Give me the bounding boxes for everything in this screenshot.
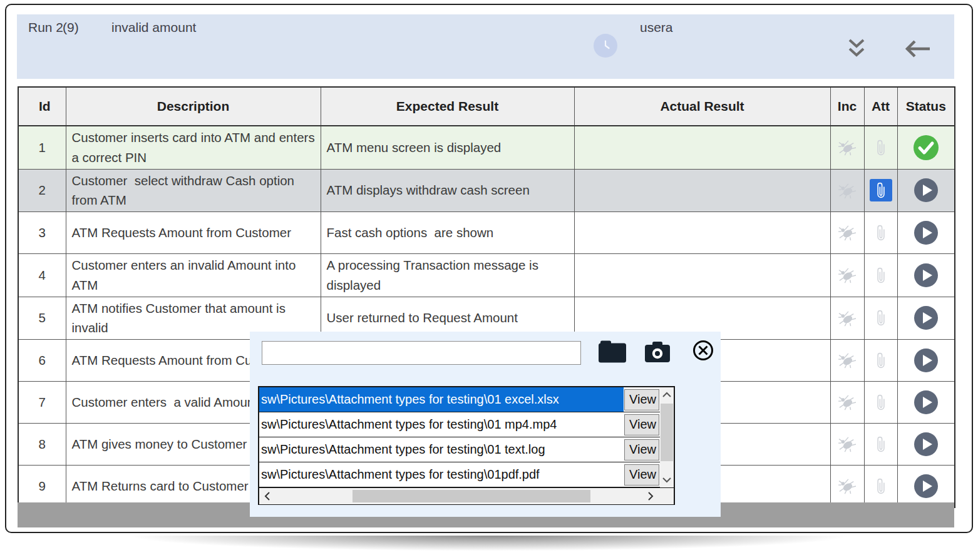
step-description: Customer select withdraw Cash option fro…: [66, 169, 321, 212]
view-button[interactable]: View: [624, 389, 659, 410]
timer-icon: [594, 34, 617, 58]
incident-button[interactable]: [838, 267, 857, 283]
view-button[interactable]: View: [624, 439, 659, 461]
column-inc: Inc: [830, 87, 864, 126]
attachment-row[interactable]: sw\Pictures\Attachment types for testing…: [259, 412, 674, 437]
table-row[interactable]: 3 ATM Requests Amount from Customer Fast…: [18, 212, 955, 254]
column-id: Id: [18, 87, 66, 126]
collapse-all-button[interactable]: [846, 37, 867, 59]
vertical-scroll-thumb[interactable]: [661, 404, 673, 461]
play-icon: [914, 474, 939, 499]
scroll-left-button[interactable]: [260, 489, 274, 504]
step-description: ATM Requests Amount from Customer: [66, 212, 321, 254]
incident-button[interactable]: [838, 183, 857, 199]
view-button[interactable]: View: [624, 414, 659, 435]
column-actual-result: Actual Result: [574, 87, 830, 126]
paperclip-icon: [873, 477, 889, 496]
horizontal-scroll-thumb[interactable]: [353, 490, 590, 502]
table-header-row: Id Description Expected Result Actual Re…: [18, 87, 955, 126]
horizontal-scrollbar[interactable]: [259, 487, 674, 504]
attachment-row[interactable]: sw\Pictures\Attachment types for testing…: [259, 437, 674, 462]
attachment-comment-input[interactable]: [262, 341, 581, 365]
attachment-button[interactable]: [870, 179, 892, 201]
attachment-button[interactable]: [870, 221, 892, 244]
paperclip-icon: [873, 266, 889, 285]
paperclip-icon: [873, 393, 889, 412]
attachment-button[interactable]: [870, 264, 892, 287]
step-actual-result: [574, 169, 830, 212]
camera-icon: [644, 341, 671, 364]
view-button[interactable]: View: [624, 464, 659, 486]
step-id: 4: [18, 254, 66, 297]
column-status: Status: [897, 87, 955, 126]
step-actual-result: [574, 212, 830, 254]
paperclip-icon: [873, 351, 889, 370]
paperclip-icon: [873, 138, 889, 157]
step-actual-result: [574, 254, 830, 297]
attachments-list: sw\Pictures\Attachment types for testing…: [258, 386, 675, 505]
play-icon: [914, 263, 939, 288]
run-name: invalid amount: [111, 20, 196, 35]
run-label: Run 2: [28, 20, 63, 35]
play-icon: [914, 220, 939, 245]
run-user: usera: [640, 20, 673, 35]
status-button[interactable]: [913, 135, 939, 161]
attachment-button[interactable]: [870, 307, 892, 329]
chevron-up-icon: [662, 392, 671, 398]
attachment-path: sw\Pictures\Attachment types for testing…: [259, 387, 624, 412]
table-row[interactable]: 1 Customer inserts card into ATM and ent…: [18, 126, 955, 169]
close-dialog-button[interactable]: [691, 339, 715, 362]
status-button[interactable]: [914, 474, 939, 499]
vertical-scrollbar[interactable]: [660, 387, 674, 487]
attachment-button[interactable]: [870, 136, 892, 159]
incident-button[interactable]: [838, 352, 857, 369]
paperclip-icon: [873, 181, 889, 200]
bug-icon: [838, 478, 857, 494]
table-row[interactable]: 2 Customer select withdraw Cash option f…: [18, 169, 955, 212]
back-button[interactable]: [903, 38, 932, 59]
scroll-up-button[interactable]: [660, 387, 674, 402]
play-icon: [914, 432, 939, 457]
status-button[interactable]: [914, 305, 939, 330]
scroll-down-button[interactable]: [660, 472, 674, 487]
status-button[interactable]: [914, 432, 939, 457]
step-id: 3: [18, 212, 66, 254]
step-actual-result: [574, 126, 830, 169]
scroll-right-button[interactable]: [644, 489, 657, 504]
clock-hands-icon: [599, 39, 612, 53]
step-id: 2: [18, 169, 66, 212]
step-expected-result: A processing Transaction message is disp…: [321, 254, 574, 297]
status-button[interactable]: [914, 390, 939, 415]
screenshot-button[interactable]: [643, 340, 672, 364]
incident-button[interactable]: [838, 394, 857, 410]
run-count: (9): [63, 20, 79, 35]
attachment-button[interactable]: [870, 475, 892, 497]
incident-button[interactable]: [838, 225, 857, 241]
column-att: Att: [864, 87, 897, 126]
table-row[interactable]: 4 Customer enters an invalid Amount into…: [18, 254, 955, 297]
incident-button[interactable]: [838, 478, 857, 494]
status-button[interactable]: [914, 263, 939, 288]
browse-files-button[interactable]: [596, 339, 629, 364]
bug-icon: [838, 183, 857, 199]
bug-icon: [838, 225, 857, 241]
status-button[interactable]: [914, 220, 939, 245]
attachment-button[interactable]: [870, 391, 892, 414]
attachment-row[interactable]: sw\Pictures\Attachment types for testing…: [259, 462, 674, 487]
folder-icon: [597, 340, 628, 364]
bug-icon: [838, 436, 857, 452]
drop-shadow: [9, 536, 969, 557]
incident-button[interactable]: [838, 140, 857, 156]
status-button[interactable]: [914, 178, 939, 203]
run-header-bar: Run 2 (9) invalid amount usera: [17, 14, 954, 79]
attachment-button[interactable]: [870, 433, 892, 456]
incident-button[interactable]: [838, 310, 857, 327]
attachment-path: sw\Pictures\Attachment types for testing…: [259, 412, 624, 437]
status-button[interactable]: [914, 348, 939, 373]
chevron-down-icon: [662, 477, 671, 483]
attachment-row[interactable]: sw\Pictures\Attachment types for testing…: [259, 387, 674, 412]
incident-button[interactable]: [838, 436, 857, 452]
circle-x-icon: [692, 339, 714, 362]
step-id: 6: [18, 340, 66, 382]
attachment-button[interactable]: [870, 349, 892, 372]
